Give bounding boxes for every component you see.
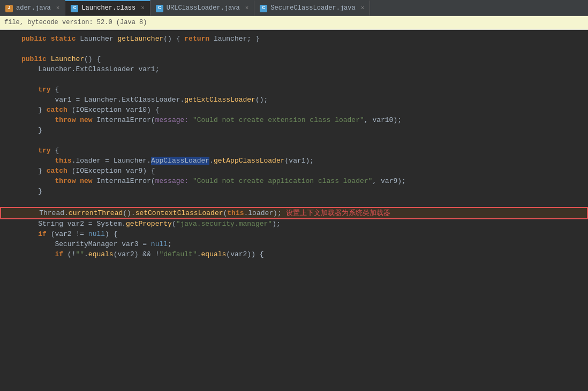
code-content: String var2 = System.getProperty("java.s… (21, 219, 582, 229)
code-content: } (21, 187, 582, 196)
code-content: var1 = Launcher.ExtClassLoader.getExtCla… (21, 95, 582, 105)
file-info-bar: file, bytecode version: 52.0 (Java 8) (0, 16, 588, 30)
code-line: var1 = Launcher.ExtClassLoader.getExtCla… (0, 95, 588, 105)
code-line: SecurityManager var3 = null; (0, 240, 588, 250)
annotation-text: 设置上下文加载器为系统类加载器 (286, 209, 390, 217)
code-line: throw new InternalError(message: "Could … (0, 116, 588, 126)
code-content: this.loader = Launcher.AppClassLoader.ge… (21, 156, 582, 166)
code-line: throw new InternalError(message: "Could … (0, 177, 588, 187)
tab-loader-java-label: ader.java (16, 4, 51, 13)
code-line: try { (0, 146, 588, 156)
code-content: throw new InternalError(message: "Could … (21, 177, 582, 186)
tab-secureclassloader-close[interactable]: × (361, 4, 365, 12)
tab-urlclassloader-label: URLClassLoader.java (167, 4, 240, 13)
code-line (0, 136, 588, 146)
code-content: if (!"".equals(var2) && !"default".equal… (21, 250, 582, 259)
code-line: } catch (IOException var9) { (0, 166, 588, 177)
code-line: Launcher.ExtClassLoader var1; (0, 65, 588, 75)
tab-secureclassloader-java[interactable]: C SecureClassLoader.java × (254, 0, 370, 16)
code-area[interactable]: public static Launcher getLauncher() { r… (0, 30, 588, 391)
code-line: } (0, 126, 588, 136)
tab-urlclassloader-close[interactable]: × (245, 4, 249, 12)
code-content: if (var2 != null) { (21, 229, 582, 239)
code-content: Thread.currentThread().setContextClassLo… (22, 208, 581, 218)
code-line: this.loader = Launcher.AppClassLoader.ge… (0, 156, 588, 166)
tab-launcher-class-close[interactable]: × (141, 4, 145, 12)
code-content: } catch (IOException var9) { (21, 166, 582, 176)
tab-loader-java-close[interactable]: × (56, 4, 60, 12)
file-info-text: file, bytecode version: 52.0 (Java 8) (4, 19, 147, 26)
tab-secureclassloader-label: SecureClassLoader.java (270, 4, 355, 13)
code-content: throw new InternalError(message: "Could … (21, 116, 582, 125)
tab-urlclassloader-java[interactable]: C URLClassLoader.java × (150, 0, 254, 16)
code-content (21, 44, 582, 54)
code-line: } catch (IOException var10) { (0, 105, 588, 116)
code-content (21, 197, 582, 206)
code-content: public Launcher() { (21, 55, 582, 64)
code-content: SecurityManager var3 = null; (21, 240, 582, 249)
code-line (0, 197, 588, 207)
code-content: public static Launcher getLauncher() { r… (21, 34, 582, 44)
code-line: String var2 = System.getProperty("java.s… (0, 219, 588, 229)
urlclassloader-icon: C (156, 5, 163, 12)
highlighted-code-line: Thread.currentThread().setContextClassLo… (0, 207, 588, 219)
code-content (21, 75, 582, 85)
tab-launcher-class[interactable]: C Launcher.class × (65, 0, 150, 16)
code-content: try { (21, 85, 582, 95)
secureclassloader-icon: C (260, 5, 267, 12)
tab-loader-java[interactable]: J ader.java × (0, 0, 65, 16)
code-line: try { (0, 85, 588, 95)
code-content (21, 136, 582, 145)
loader-java-icon: J (5, 5, 13, 12)
code-line: public static Launcher getLauncher() { r… (0, 34, 588, 44)
code-content: try { (21, 146, 582, 156)
code-line: if (!"".equals(var2) && !"default".equal… (0, 250, 588, 260)
tab-launcher-class-label: Launcher.class (81, 4, 135, 13)
code-line: public Launcher() { (0, 55, 588, 65)
code-line: } (0, 187, 588, 197)
code-content: } catch (IOException var10) { (21, 105, 582, 115)
launcher-class-icon: C (71, 5, 78, 12)
tab-bar: J ader.java × C Launcher.class × C URLCl… (0, 0, 588, 16)
code-content: } (21, 126, 582, 135)
code-line (0, 44, 588, 55)
code-line (0, 75, 588, 85)
code-line: if (var2 != null) { (0, 229, 588, 240)
code-content: Launcher.ExtClassLoader var1; (21, 65, 582, 74)
